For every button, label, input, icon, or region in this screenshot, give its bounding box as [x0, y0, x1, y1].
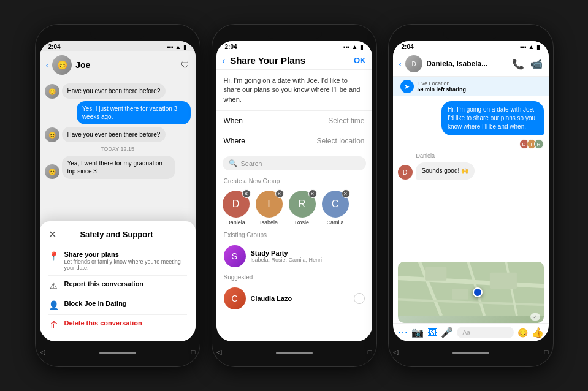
daniela-sender-label: Daniela	[416, 153, 544, 159]
suggested-claudia[interactable]: C Claudia Lazo	[216, 283, 372, 314]
read-receipts: D I R	[398, 139, 544, 149]
received-message-0: Sounds good! 🙌	[416, 162, 475, 180]
msg-received-2: Yea, I went there for my graduation trip…	[62, 156, 176, 179]
report-label: Report this conversation	[64, 280, 187, 287]
camera-icon[interactable]: 📷	[411, 327, 424, 338]
group-name: Study Party	[251, 249, 365, 257]
avatar-joe: 😊	[52, 55, 72, 75]
nav-square-1[interactable]: □	[191, 348, 196, 355]
suggested-label: Suggested	[216, 271, 372, 283]
share-plans-label: Share your plans	[64, 251, 187, 258]
back-icon[interactable]: ‹	[46, 60, 49, 70]
notch-2	[267, 32, 322, 39]
message-input[interactable]: Aa	[457, 327, 514, 338]
ok-button[interactable]: OK	[354, 56, 366, 65]
phone-2: 2:04 ▪▪▪ ▲ ▮ ‹ Share Your Plans OK Hi, I…	[212, 24, 377, 367]
wifi-icon-3: ▲	[529, 44, 535, 50]
nav-back-2[interactable]: ◁	[216, 348, 221, 356]
nav-square-3[interactable]: □	[544, 348, 549, 355]
battery-icon-2: ▮	[360, 44, 364, 50]
battery-icon: ▮	[183, 44, 187, 50]
shield-icon[interactable]: 🛡	[181, 60, 189, 70]
contact-isabela-remove[interactable]: ✕	[275, 189, 284, 198]
contact-camila[interactable]: C ✕ Camila	[322, 191, 349, 226]
group-avatar: S	[224, 245, 246, 267]
home-indicator-2[interactable]	[276, 352, 313, 354]
search-bar[interactable]: 🔍 Search	[223, 156, 366, 170]
block-text: Block Joe in Dating	[64, 300, 187, 307]
modal-close-icon[interactable]: ✕	[48, 229, 56, 240]
modal-item-delete[interactable]: 🗑 Delete this conversation	[48, 315, 187, 334]
modal-item-block[interactable]: 👤 Block Joe in Dating	[48, 295, 187, 315]
status-bar-3: 2:04 ▪▪▪ ▲ ▮	[393, 41, 549, 51]
phone-call-icon[interactable]: 📞	[512, 58, 524, 70]
map-preview[interactable]: ✓	[398, 262, 544, 323]
contacts-row: D ✕ Daniela I ✕ Isabela R ✕	[216, 187, 372, 229]
contact-daniela-name: Daniela	[226, 219, 245, 226]
contact-daniela-wrap: D ✕	[223, 191, 250, 218]
home-indicator-3[interactable]	[452, 352, 489, 354]
safety-modal: ✕ Safety and Support 📍 Share your plans …	[40, 221, 196, 341]
contact-rosie[interactable]: R ✕ Rosie	[289, 191, 316, 226]
wifi-icon: ▲	[175, 44, 181, 50]
emoji-icon[interactable]: 😊	[517, 328, 528, 338]
bottom-bar-1: ◁ □	[40, 345, 196, 359]
home-indicator-1[interactable]	[99, 352, 136, 354]
share-plans-text: Share your plans Let friends or family k…	[64, 251, 187, 271]
map-checkmark: ✓	[530, 313, 540, 321]
contact-daniela-remove[interactable]: ✕	[242, 189, 251, 198]
mess-back-icon[interactable]: ‹	[399, 59, 402, 69]
contact-rosie-name: Rosie	[295, 219, 309, 226]
messenger-header: ‹ D Daniela, Isabela... 📞 📹	[393, 51, 549, 77]
status-icons-2: ▪▪▪ ▲ ▮	[343, 44, 364, 50]
mess-names: Daniela, Isabela...	[426, 59, 505, 68]
when-value: Select time	[328, 116, 364, 125]
like-icon[interactable]: 👍	[532, 327, 544, 338]
avatar-group: D	[405, 55, 422, 72]
notch-3	[443, 32, 498, 39]
when-row[interactable]: When Select time	[216, 111, 372, 131]
share-message: Hi, I'm going on a date with Joe. I'd li…	[216, 70, 372, 111]
nav-square-2[interactable]: □	[368, 348, 372, 355]
report-text: Report this conversation	[64, 280, 187, 287]
share-back-icon[interactable]: ‹	[223, 56, 226, 66]
nav-back-3[interactable]: ◁	[393, 348, 398, 356]
contact-camila-name: Camila	[326, 219, 343, 226]
chat-header: ‹ 😊 Joe 🛡	[40, 51, 196, 78]
messenger-input-bar: ⋯ 📷 🖼 🎤 Aa 😊 👍	[393, 323, 549, 341]
modal-item-share-plans[interactable]: 📍 Share your plans Let friends or family…	[48, 246, 187, 276]
modal-header: ✕ Safety and Support	[48, 229, 187, 240]
contact-camila-remove[interactable]: ✕	[342, 189, 350, 198]
status-time-3: 2:04	[402, 44, 414, 50]
search-icon: 🔍	[229, 159, 237, 167]
mic-icon[interactable]: 🎤	[441, 327, 453, 338]
share-header: ‹ Share Your Plans OK	[216, 51, 372, 70]
contact-rosie-remove[interactable]: ✕	[308, 189, 317, 198]
map-location-dot	[473, 287, 483, 297]
search-placeholder: Search	[241, 160, 262, 167]
contact-camila-wrap: C ✕	[322, 191, 349, 218]
contact-isabela-wrap: I ✕	[256, 191, 283, 218]
bottom-bar-2: ◁ □	[216, 345, 372, 359]
stacked-avatars: D I R	[522, 139, 544, 149]
received-row: D Sounds good! 🙌	[398, 162, 544, 180]
contact-isabela[interactable]: I ✕ Isabela	[256, 191, 283, 226]
wifi-icon-2: ▲	[352, 44, 358, 50]
radio-circle[interactable]	[354, 293, 365, 304]
live-label: Live Location	[418, 80, 467, 86]
video-call-icon[interactable]: 📹	[530, 58, 543, 70]
image-icon[interactable]: 🖼	[427, 327, 437, 338]
suggested-avatar: C	[224, 287, 246, 309]
group-study-party[interactable]: S Study Party Isabela, Rosie, Camila, He…	[216, 241, 372, 271]
group-info: Study Party Isabela, Rosie, Camila, Henr…	[251, 249, 365, 263]
share-plans-sub: Let friends or family know where you're …	[64, 259, 187, 271]
msg-sent-0: Yes, I just went there for vacation 3 we…	[77, 101, 191, 124]
bottom-bar-3: ◁ □	[393, 345, 549, 359]
battery-icon-3: ▮	[536, 44, 540, 50]
signal-icon-3: ▪▪▪	[520, 44, 527, 50]
modal-item-report[interactable]: ⚠ Report this conversation	[48, 276, 187, 295]
where-row[interactable]: Where Select location	[216, 131, 372, 151]
contact-daniela[interactable]: D ✕ Daniela	[223, 191, 250, 226]
nav-back-1[interactable]: ◁	[40, 348, 45, 356]
apps-icon[interactable]: ⋯	[398, 327, 408, 338]
